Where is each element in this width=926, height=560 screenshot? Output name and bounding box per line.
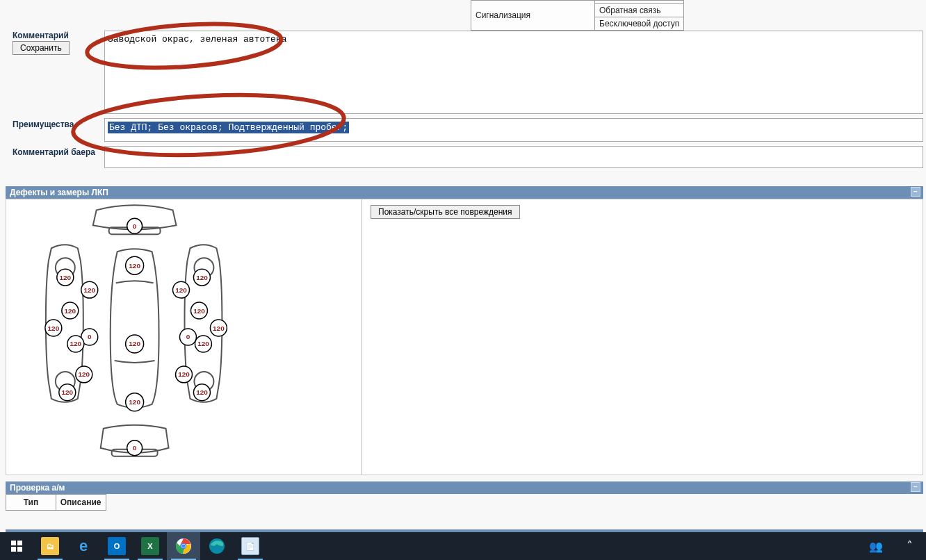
outlook-icon: O	[108, 537, 126, 555]
taskbar-chrome[interactable]	[167, 532, 200, 560]
buyer-comment-label: Комментарий баера	[13, 147, 95, 157]
taskbar-tray-expand[interactable]: ˄	[893, 532, 926, 560]
buyer-comment-textarea[interactable]	[104, 146, 923, 168]
svg-text:120: 120	[62, 388, 74, 396]
taskbar-excel[interactable]: X	[133, 532, 167, 560]
svg-text:120: 120	[129, 340, 140, 347]
defects-section-header: Дефекты и замеры ЛКП −	[6, 186, 923, 199]
taskbar-file-explorer[interactable]: 🗂	[33, 532, 67, 560]
defects-section-title: Дефекты и замеры ЛКП	[10, 188, 108, 197]
excel-icon: X	[141, 537, 159, 555]
edge-icon	[209, 538, 225, 554]
windows-taskbar[interactable]: 🗂 e O X 📄	[0, 532, 926, 560]
svg-text:120: 120	[196, 388, 208, 396]
taskbar-ie[interactable]: e	[67, 532, 100, 560]
svg-text:120: 120	[175, 286, 187, 294]
svg-text:120: 120	[70, 340, 81, 347]
feature-cell: Обратная связь	[595, 4, 684, 17]
save-button[interactable]: Сохранить	[13, 41, 70, 55]
svg-text:120: 120	[60, 274, 72, 281]
advantages-label: Преимущества	[13, 120, 74, 129]
feature-group-cell: Сигнализация	[471, 1, 595, 31]
svg-point-54	[182, 545, 186, 548]
feature-cell: Бесключевой доступ	[595, 17, 684, 31]
svg-text:120: 120	[78, 370, 90, 378]
notepad-icon: 📄	[241, 537, 259, 555]
check-section-header: Проверка а/м −	[6, 481, 923, 494]
check-section-title: Проверка а/м	[10, 483, 65, 493]
svg-text:0: 0	[186, 333, 190, 341]
defects-body: 0 120 120 120 120 120 120 120 0 120 120	[6, 199, 923, 475]
section-collapse-icon[interactable]: −	[911, 482, 920, 492]
advantages-textarea[interactable]	[104, 118, 923, 142]
features-table: Сигнализация Обратная связь Бесключевой …	[471, 0, 684, 31]
svg-text:0: 0	[133, 222, 137, 230]
start-button[interactable]	[0, 532, 33, 560]
svg-text:120: 120	[129, 262, 140, 270]
svg-text:120: 120	[129, 398, 140, 406]
chrome-icon	[175, 538, 192, 554]
taskbar-edge[interactable]	[200, 532, 234, 560]
damage-pane: Показать/скрыть все повреждения	[364, 199, 923, 475]
svg-text:120: 120	[48, 324, 60, 332]
section-collapse-icon[interactable]: −	[911, 187, 920, 197]
ie-icon: e	[74, 537, 92, 555]
taskbar-notepad[interactable]: 📄	[234, 532, 267, 560]
car-diagram-pane: 0 120 120 120 120 120 120 120 0 120 120	[6, 199, 362, 475]
toggle-damage-button[interactable]: Показать/скрыть все повреждения	[371, 205, 520, 219]
svg-text:120: 120	[83, 286, 95, 294]
svg-text:120: 120	[197, 340, 209, 347]
people-icon: 👥	[869, 540, 883, 553]
check-col-type: Тип	[6, 495, 56, 511]
svg-text:120: 120	[196, 274, 208, 281]
car-paint-diagram[interactable]: 0 120 120 120 120 120 120 120 0 120 120	[6, 199, 362, 475]
chevron-up-icon: ˄	[907, 538, 913, 554]
svg-text:0: 0	[133, 444, 137, 452]
comment-label: Комментарий	[13, 31, 69, 40]
comment-textarea[interactable]	[104, 31, 923, 114]
windows-icon	[11, 541, 22, 552]
svg-text:120: 120	[178, 370, 190, 378]
taskbar-people[interactable]: 👥	[859, 532, 893, 560]
svg-text:120: 120	[65, 307, 76, 315]
check-table: Тип Описание	[6, 494, 106, 511]
svg-text:120: 120	[193, 307, 205, 315]
folder-icon: 🗂	[41, 537, 59, 555]
taskbar-outlook[interactable]: O	[100, 532, 133, 560]
svg-text:120: 120	[213, 324, 225, 332]
svg-text:0: 0	[88, 333, 92, 341]
check-col-desc: Описание	[56, 495, 106, 511]
